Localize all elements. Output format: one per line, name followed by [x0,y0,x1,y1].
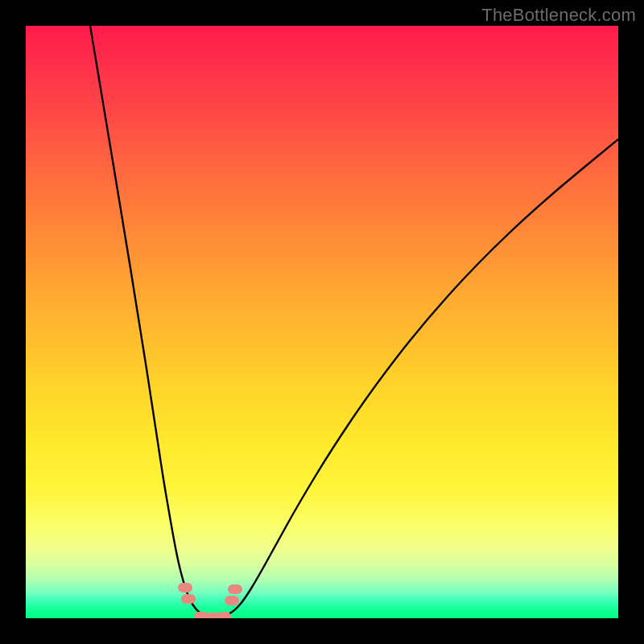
chart-frame: TheBottleneck.com [0,0,644,644]
plot-area [26,26,618,618]
marker-right-pair-bottom [225,596,239,605]
data-markers [178,583,242,618]
curve-right-branch [227,139,618,615]
curve-left-branch [90,26,203,615]
marker-valley-right [217,612,231,618]
curve-layer [26,26,618,618]
watermark-text: TheBottleneck.com [481,5,636,26]
bottleneck-curve [90,26,618,617]
marker-left-pair-bottom [181,594,196,604]
marker-right-pair-top [228,584,242,594]
marker-left-pair-top [178,583,192,592]
